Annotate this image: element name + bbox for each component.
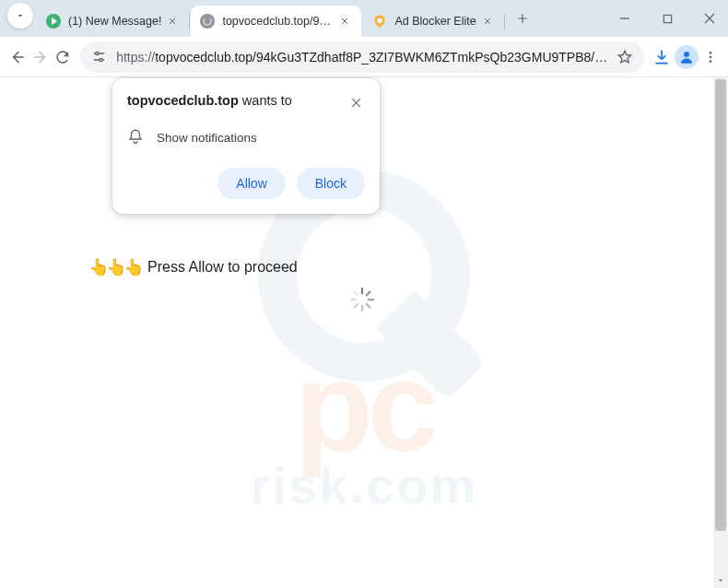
svg-point-6 <box>709 55 711 58</box>
bell-icon <box>127 128 144 147</box>
bookmark-button[interactable] <box>616 49 633 65</box>
permission-title: topvocedclub.top wants to <box>127 93 346 108</box>
svg-point-0 <box>378 18 382 23</box>
maximize-button[interactable] <box>654 6 680 31</box>
tab-topvocedclub[interactable]: topvocedclub.top/94kG <box>191 6 361 37</box>
page-message: 👆👆👆 Press Allow to proceed <box>88 257 298 277</box>
shield-icon <box>372 14 387 29</box>
page-message-text: Press Allow to proceed <box>147 259 298 276</box>
svg-point-5 <box>709 52 711 54</box>
reload-icon <box>54 49 71 65</box>
avatar-icon <box>675 45 699 69</box>
new-tab-button[interactable] <box>510 6 535 31</box>
url-rest: topvocedclub.top/94kGu3TZdhatf8P_3ZI7BWK… <box>155 50 607 65</box>
menu-button[interactable] <box>700 41 721 73</box>
arrow-right-icon <box>32 49 49 65</box>
close-window-button[interactable] <box>697 6 722 31</box>
tab-title: (1) New Message! <box>68 15 161 28</box>
minimize-button[interactable] <box>612 6 638 31</box>
arrow-left-icon <box>9 49 26 65</box>
svg-rect-1 <box>663 15 671 22</box>
notification-permission-dialog: topvocedclub.top wants to Show notificat… <box>112 78 380 214</box>
watermark-text: risk.com <box>251 455 477 515</box>
block-button[interactable]: Block <box>297 168 365 199</box>
svg-point-7 <box>709 60 711 63</box>
spinner-icon <box>348 286 376 313</box>
tab-list-button[interactable] <box>7 3 33 29</box>
tab-adblocker[interactable]: Ad Blocker Elite <box>363 6 503 37</box>
close-tab-button[interactable] <box>480 14 495 29</box>
plus-icon <box>516 12 529 25</box>
permission-close-button[interactable] <box>346 93 365 112</box>
pointing-up-icon: 👆👆👆 <box>88 257 141 277</box>
page-content: pc risk.com 👆👆👆 Press Allow to proceed <box>0 77 728 588</box>
globe-icon <box>200 14 215 29</box>
forward-button[interactable] <box>29 41 50 73</box>
svg-line-9 <box>367 292 370 296</box>
download-icon <box>652 48 671 66</box>
close-icon <box>350 97 362 109</box>
close-tab-button[interactable] <box>165 14 180 29</box>
close-icon <box>704 13 715 24</box>
titlebar: (1) New Message! topvocedclub.top/94kG A… <box>0 0 728 37</box>
chevron-down-icon <box>15 10 26 21</box>
play-icon <box>46 14 61 29</box>
address-bar[interactable]: https://topvocedclub.top/94kGu3TZdhatf8P… <box>80 41 644 73</box>
vertical-scrollbar[interactable] <box>713 77 728 588</box>
site-settings-icon[interactable] <box>91 49 107 65</box>
maximize-icon <box>663 14 673 24</box>
svg-line-13 <box>355 304 358 308</box>
window-controls <box>612 0 728 37</box>
svg-line-11 <box>367 304 370 308</box>
tab-title: Ad Blocker Elite <box>394 15 476 28</box>
back-button[interactable] <box>7 41 28 73</box>
toolbar: https://topvocedclub.top/94kGu3TZdhatf8P… <box>0 37 728 77</box>
close-tab-button[interactable] <box>337 14 352 29</box>
tab-title: topvocedclub.top/94kG <box>222 15 334 28</box>
scrollbar-thumb[interactable] <box>715 79 726 531</box>
loading-spinner <box>348 286 376 313</box>
allow-button[interactable]: Allow <box>217 168 285 199</box>
url-protocol: https:// <box>116 50 155 65</box>
permission-site: topvocedclub.top <box>127 93 239 108</box>
permission-wants-to: wants to <box>239 93 292 108</box>
svg-point-3 <box>100 58 102 61</box>
profile-button[interactable] <box>675 41 699 73</box>
url-text: https://topvocedclub.top/94kGu3TZdhatf8P… <box>116 50 607 65</box>
watermark-text: pc <box>251 332 477 481</box>
permission-body-text: Show notifications <box>157 131 257 145</box>
svg-line-15 <box>355 292 358 296</box>
reload-button[interactable] <box>53 41 73 73</box>
tab-new-message[interactable]: (1) New Message! <box>37 6 189 37</box>
star-icon <box>616 49 633 65</box>
scrollbar-down-button[interactable] <box>713 573 728 588</box>
downloads-button[interactable] <box>652 41 672 73</box>
chevron-down-icon <box>716 576 725 585</box>
close-icon <box>340 17 349 26</box>
svg-point-4 <box>684 52 689 57</box>
svg-point-2 <box>96 52 99 54</box>
close-icon <box>483 17 492 26</box>
minimize-icon <box>619 13 630 24</box>
close-icon <box>168 17 177 26</box>
dots-vertical-icon <box>703 50 718 65</box>
